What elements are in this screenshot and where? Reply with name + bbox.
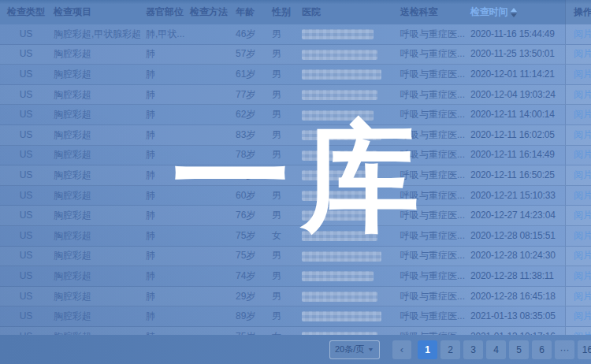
cell-item: 胸腔彩超 (52, 146, 143, 164)
cell-gender: 女 (269, 166, 301, 184)
sort-asc-icon[interactable] (511, 8, 517, 12)
cell-age: 29岁 (232, 288, 269, 306)
column-header-exam-type: 检查类型 (0, 0, 52, 24)
sort-caret-icon[interactable] (511, 8, 517, 17)
view-images-link[interactable]: 阅片 (574, 166, 591, 184)
cell-age: 77岁 (232, 86, 269, 104)
cell-dept: 呼吸与重症医... (398, 86, 469, 104)
table-header-row: 检查类型 检查项目 器官部位 检查方法 年龄 性别 医院 送检科室 检查时间 操… (0, 0, 591, 24)
cell-dept: 呼吸与重症医... (398, 247, 469, 265)
view-images-link[interactable]: 阅片 (574, 65, 591, 84)
cell-age: 74岁 (232, 267, 269, 285)
cell-item: 胸腔彩超 (52, 126, 143, 144)
cell-time: 2021-01-13 08:35:05 (469, 307, 565, 325)
cell-item: 胸腔彩超 (52, 288, 143, 306)
cell-item: 胸腔彩超,甲状腺彩超 (52, 25, 143, 43)
cell-gender: 男 (269, 267, 301, 285)
view-images-link[interactable]: 阅片 (574, 187, 591, 205)
hospital-redacted-block (302, 29, 374, 39)
cell-part: 肺 (143, 227, 188, 245)
cell-part: 肺 (143, 146, 188, 164)
cell-part: 肺 (143, 307, 188, 325)
column-header-exam-item: 检查项目 (52, 0, 143, 24)
cell-item: 胸腔彩超 (52, 65, 143, 84)
cell-item: 胸腔彩超 (52, 106, 143, 124)
cell-gender: 男 (269, 126, 301, 144)
view-images-link[interactable]: 阅片 (574, 288, 591, 306)
cell-age: 57岁 (232, 45, 269, 63)
view-images-link[interactable]: 阅片 (574, 126, 591, 144)
table-row: US 胸腔彩超 肺 77岁 男 呼吸与重症医... 2020-12-04 19:… (0, 85, 591, 106)
view-images-link[interactable]: 阅片 (574, 25, 591, 43)
cell-age: 60岁 (232, 187, 269, 205)
cell-gender: 男 (269, 45, 301, 63)
view-images-link[interactable]: 阅片 (574, 146, 591, 164)
view-images-link[interactable]: 阅片 (574, 227, 591, 245)
cell-part: 肺 (143, 126, 188, 144)
cell-part: 肺,甲状... (143, 25, 188, 43)
column-header-gender: 性别 (269, 0, 301, 24)
page-button-6[interactable]: 6 (532, 340, 552, 359)
page-button-5[interactable]: 5 (509, 340, 529, 359)
cell-age: 89岁 (232, 307, 269, 325)
table-row: US 胸腔彩超 肺 76岁 男 呼吸与重症医... 2020-12-27 14:… (0, 206, 591, 226)
exam-list-screen: 检查类型 检查项目 器官部位 检查方法 年龄 性别 医院 送检科室 检查时间 操… (0, 0, 591, 364)
cell-item: 胸腔彩超 (52, 86, 143, 104)
cell-item: 胸腔彩超 (52, 247, 143, 265)
view-images-link[interactable]: 阅片 (574, 206, 591, 225)
hospital-redacted-block (302, 251, 381, 262)
sort-desc-icon[interactable] (511, 13, 517, 17)
cell-item: 胸腔彩超 (52, 166, 143, 184)
cell-type: US (0, 86, 52, 104)
hospital-redacted-block (302, 50, 377, 60)
hospital-redacted-block (302, 292, 377, 302)
hospital-redacted-block (302, 311, 381, 321)
view-images-link[interactable]: 阅片 (574, 45, 591, 63)
page-size-value: 20条/页 (335, 344, 364, 355)
table-row: US 胸腔彩超 肺 29岁 男 呼吸与重症医... 2020-12-28 16:… (0, 287, 591, 307)
view-images-link[interactable]: 阅片 (574, 106, 591, 124)
cell-type: US (0, 45, 52, 63)
cell-time: 2020-12-28 16:45:18 (469, 288, 565, 306)
cell-time: 2020-12-28 08:15:51 (469, 227, 565, 245)
cell-dept: 呼吸与重症医... (398, 126, 469, 144)
cell-part: 肺 (143, 45, 188, 63)
cell-age: 83岁 (232, 126, 269, 144)
page-button-3[interactable]: 3 (463, 340, 483, 359)
cell-item: 胸腔彩超 (52, 187, 143, 205)
view-images-link[interactable]: 阅片 (574, 86, 591, 104)
cell-part: 肺 (143, 65, 188, 84)
cell-dept: 呼吸与重症医... (398, 45, 469, 63)
cell-type: US (0, 65, 52, 84)
page-button-4[interactable]: 4 (486, 340, 506, 359)
cell-time: 2020-12-28 11:38:11 (469, 267, 565, 285)
table-row: US 胸腔彩超 肺 74岁 男 呼吸与重症医... 2020-12-28 11:… (0, 266, 591, 287)
page-ellipsis-button[interactable]: ··· (555, 340, 574, 359)
cell-dept: 呼吸与重症医... (398, 206, 469, 225)
cell-dept: 呼吸与重症医... (398, 187, 469, 205)
column-header-actions: 操作 (565, 0, 591, 24)
cell-dept: 呼吸与重症医... (398, 288, 469, 306)
cell-age: 76岁 (232, 166, 269, 184)
view-images-link[interactable]: 阅片 (574, 307, 591, 325)
cell-part: 肺 (143, 267, 188, 285)
view-images-link[interactable]: 阅片 (574, 247, 591, 265)
cell-age: 76岁 (232, 206, 269, 225)
column-header-exam-time[interactable]: 检查时间 (469, 0, 565, 24)
table-row: US 胸腔彩超 肺 76岁 女 呼吸与重症医... 2020-12-11 16:… (0, 165, 591, 186)
view-images-link[interactable]: 阅片 (574, 267, 591, 285)
cell-part: 肺 (143, 206, 188, 225)
cell-part: 肺 (143, 106, 188, 124)
prev-page-button[interactable]: ‹ (392, 340, 411, 359)
page-button-2[interactable]: 2 (440, 340, 460, 359)
page-button-1[interactable]: 1 (418, 340, 437, 359)
table-body: US 胸腔彩超,甲状腺彩超 肺,甲状... 46岁 男 呼吸与重症医... 20… (0, 24, 591, 347)
cell-gender: 男 (269, 247, 301, 265)
cell-part: 肺 (143, 247, 188, 265)
cell-age: 61岁 (232, 65, 269, 84)
cell-age: 78岁 (232, 146, 269, 164)
cell-item: 胸腔彩超 (52, 227, 143, 245)
page-size-select[interactable]: 20条/页 ▼ (329, 340, 380, 359)
page-button-16[interactable]: 16 (578, 340, 591, 359)
cell-dept: 呼吸与重症医... (398, 106, 469, 124)
